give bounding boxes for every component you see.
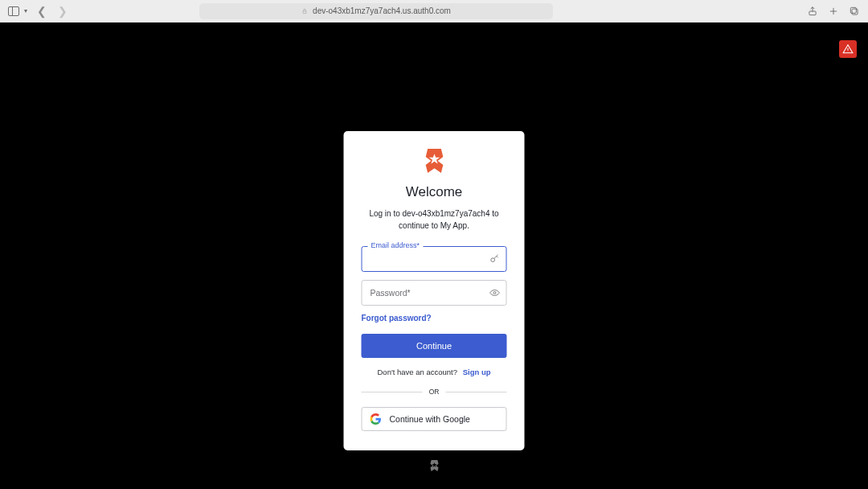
svg-rect-5 — [850, 7, 856, 13]
nav-forward-button[interactable]: ❯ — [56, 5, 69, 18]
continue-button[interactable]: Continue — [362, 334, 507, 358]
separator-line — [362, 392, 423, 392]
login-card: Welcome Log in to dev-o43xb1mz7ya7ach4 t… — [344, 131, 525, 450]
email-field-wrap: Email address* — [362, 246, 507, 272]
password-field-wrap: Password* — [362, 280, 507, 306]
url-text: dev-o43xb1mz7ya7ach4.us.auth0.com — [313, 6, 451, 15]
signup-link[interactable]: Sign up — [463, 368, 491, 376]
separator-label: OR — [429, 388, 440, 396]
email-input[interactable] — [362, 246, 507, 272]
new-tab-icon[interactable] — [828, 6, 839, 17]
login-title: Welcome — [362, 184, 507, 200]
auth0-footer-badge — [344, 460, 525, 475]
google-button-label: Continue with Google — [390, 414, 470, 424]
warning-icon — [842, 43, 854, 55]
browser-chrome: ▾ ❮ ❯ dev-o43xb1mz7ya7ach4.us.auth0.com — [0, 0, 868, 23]
address-bar[interactable]: dev-o43xb1mz7ya7ach4.us.auth0.com — [199, 3, 553, 19]
auth0-logo-icon — [423, 149, 445, 173]
separator-line — [445, 392, 506, 392]
warning-badge[interactable] — [839, 40, 857, 58]
svg-rect-0 — [303, 10, 306, 13]
google-icon — [371, 413, 382, 425]
tabs-icon[interactable] — [849, 6, 860, 17]
login-subtitle: Log in to dev-o43xb1mz7ya7ach4 to contin… — [362, 208, 507, 232]
chrome-left-controls: ▾ ❮ ❯ — [8, 5, 69, 18]
chevron-down-icon[interactable]: ▾ — [24, 7, 27, 14]
sidebar-toggle-icon[interactable] — [8, 6, 19, 17]
lock-icon — [301, 8, 308, 14]
forgot-password-link[interactable]: Forgot password? — [362, 314, 507, 323]
key-autofill-icon[interactable] — [489, 253, 501, 265]
chrome-right-controls — [807, 6, 860, 17]
svg-point-9 — [493, 292, 496, 294]
svg-point-6 — [848, 51, 849, 52]
show-password-icon[interactable] — [489, 287, 501, 298]
signup-row: Don't have an account? Sign up — [362, 368, 507, 376]
nav-back-button[interactable]: ❮ — [35, 5, 48, 18]
login-card-wrap: Welcome Log in to dev-o43xb1mz7ya7ach4 t… — [344, 131, 525, 475]
svg-point-8 — [491, 258, 495, 262]
svg-rect-3 — [809, 11, 816, 15]
continue-with-google-button[interactable]: Continue with Google — [362, 407, 507, 431]
page: Welcome Log in to dev-o43xb1mz7ya7ach4 t… — [0, 23, 868, 489]
separator: OR — [362, 388, 507, 396]
svg-rect-4 — [852, 9, 858, 14]
share-icon[interactable] — [807, 6, 818, 17]
signup-prompt: Don't have an account? — [378, 368, 458, 376]
password-input[interactable] — [362, 280, 507, 306]
email-label: Email address* — [368, 241, 424, 249]
